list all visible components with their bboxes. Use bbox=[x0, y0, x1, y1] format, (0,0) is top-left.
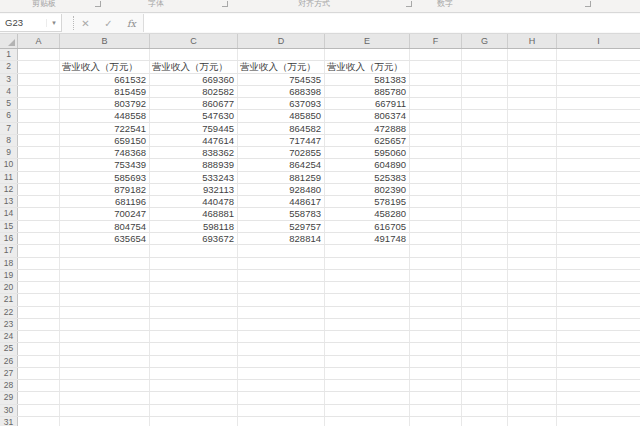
cell-C9[interactable]: 838362 bbox=[150, 147, 238, 158]
row-header-30[interactable]: 30 bbox=[0, 405, 18, 416]
cell-F18[interactable] bbox=[410, 258, 462, 269]
cell-F19[interactable] bbox=[410, 270, 462, 281]
cell-H5[interactable] bbox=[508, 98, 557, 109]
cell-A4[interactable] bbox=[18, 86, 60, 97]
cell-C1[interactable] bbox=[150, 49, 238, 60]
cell-D22[interactable] bbox=[238, 307, 325, 318]
cell-C2[interactable]: 营业收入（万元） bbox=[150, 61, 238, 72]
dialog-launcher-icon-3[interactable] bbox=[585, 1, 591, 7]
column-header-G[interactable]: G bbox=[462, 34, 508, 48]
cell-B13[interactable]: 681196 bbox=[60, 196, 150, 207]
name-box[interactable]: G23 ▾ bbox=[0, 14, 62, 32]
cell-G24[interactable] bbox=[462, 331, 508, 342]
cell-E17[interactable] bbox=[325, 245, 410, 256]
cell-B2[interactable]: 营业收入（万元） bbox=[60, 61, 150, 72]
cell-F16[interactable] bbox=[410, 233, 462, 244]
cell-E16[interactable]: 491748 bbox=[325, 233, 410, 244]
cell-I10[interactable] bbox=[557, 159, 640, 170]
cell-G18[interactable] bbox=[462, 258, 508, 269]
cell-B17[interactable] bbox=[60, 245, 150, 256]
row-header-13[interactable]: 13 bbox=[0, 196, 18, 207]
cell-H20[interactable] bbox=[508, 282, 557, 293]
cell-G3[interactable] bbox=[462, 74, 508, 85]
cell-D25[interactable] bbox=[238, 343, 325, 354]
cell-A7[interactable] bbox=[18, 123, 60, 134]
cell-D29[interactable] bbox=[238, 392, 325, 403]
cell-E10[interactable]: 604890 bbox=[325, 159, 410, 170]
cell-G5[interactable] bbox=[462, 98, 508, 109]
cell-F9[interactable] bbox=[410, 147, 462, 158]
cell-E7[interactable]: 472888 bbox=[325, 123, 410, 134]
cell-F2[interactable] bbox=[410, 61, 462, 72]
cell-B16[interactable]: 635654 bbox=[60, 233, 150, 244]
cell-E1[interactable] bbox=[325, 49, 410, 60]
cell-I19[interactable] bbox=[557, 270, 640, 281]
cell-B24[interactable] bbox=[60, 331, 150, 342]
cell-A12[interactable] bbox=[18, 184, 60, 195]
cell-C14[interactable]: 468881 bbox=[150, 208, 238, 219]
cell-C4[interactable]: 802582 bbox=[150, 86, 238, 97]
cell-F25[interactable] bbox=[410, 343, 462, 354]
cell-H21[interactable] bbox=[508, 294, 557, 305]
cell-I25[interactable] bbox=[557, 343, 640, 354]
cell-D23[interactable] bbox=[238, 319, 325, 330]
cell-C30[interactable] bbox=[150, 405, 238, 416]
cell-A9[interactable] bbox=[18, 147, 60, 158]
cell-G28[interactable] bbox=[462, 380, 508, 391]
row-header-16[interactable]: 16 bbox=[0, 233, 18, 244]
cell-A26[interactable] bbox=[18, 356, 60, 367]
cell-H6[interactable] bbox=[508, 110, 557, 121]
formula-input[interactable] bbox=[143, 14, 640, 32]
cell-C3[interactable]: 669360 bbox=[150, 74, 238, 85]
cell-I9[interactable] bbox=[557, 147, 640, 158]
cell-F24[interactable] bbox=[410, 331, 462, 342]
cell-E9[interactable]: 595060 bbox=[325, 147, 410, 158]
cell-I21[interactable] bbox=[557, 294, 640, 305]
cell-C18[interactable] bbox=[150, 258, 238, 269]
cell-C29[interactable] bbox=[150, 392, 238, 403]
select-all-corner[interactable] bbox=[0, 34, 18, 48]
cell-G11[interactable] bbox=[462, 172, 508, 183]
cell-B18[interactable] bbox=[60, 258, 150, 269]
cell-H24[interactable] bbox=[508, 331, 557, 342]
cell-B3[interactable]: 661532 bbox=[60, 74, 150, 85]
row-header-11[interactable]: 11 bbox=[0, 172, 18, 183]
cell-H23[interactable] bbox=[508, 319, 557, 330]
cell-D13[interactable]: 448617 bbox=[238, 196, 325, 207]
cell-B1[interactable] bbox=[60, 49, 150, 60]
column-header-E[interactable]: E bbox=[325, 34, 410, 48]
cell-G31[interactable] bbox=[462, 417, 508, 426]
cell-G9[interactable] bbox=[462, 147, 508, 158]
cell-I17[interactable] bbox=[557, 245, 640, 256]
cell-C31[interactable] bbox=[150, 417, 238, 426]
cell-F4[interactable] bbox=[410, 86, 462, 97]
cell-E15[interactable]: 616705 bbox=[325, 221, 410, 232]
cell-E3[interactable]: 581383 bbox=[325, 74, 410, 85]
row-header-26[interactable]: 26 bbox=[0, 356, 18, 367]
cell-E29[interactable] bbox=[325, 392, 410, 403]
cell-H15[interactable] bbox=[508, 221, 557, 232]
cell-G1[interactable] bbox=[462, 49, 508, 60]
cell-B27[interactable] bbox=[60, 368, 150, 379]
cell-A13[interactable] bbox=[18, 196, 60, 207]
cell-G4[interactable] bbox=[462, 86, 508, 97]
cell-I15[interactable] bbox=[557, 221, 640, 232]
cell-D19[interactable] bbox=[238, 270, 325, 281]
cell-A25[interactable] bbox=[18, 343, 60, 354]
cell-E24[interactable] bbox=[325, 331, 410, 342]
cell-F30[interactable] bbox=[410, 405, 462, 416]
cell-A8[interactable] bbox=[18, 135, 60, 146]
cell-G14[interactable] bbox=[462, 208, 508, 219]
cell-E11[interactable]: 525383 bbox=[325, 172, 410, 183]
row-header-1[interactable]: 1 bbox=[0, 49, 18, 60]
cell-F12[interactable] bbox=[410, 184, 462, 195]
cell-I28[interactable] bbox=[557, 380, 640, 391]
cell-C28[interactable] bbox=[150, 380, 238, 391]
row-header-23[interactable]: 23 bbox=[0, 319, 18, 330]
cell-F29[interactable] bbox=[410, 392, 462, 403]
cell-H2[interactable] bbox=[508, 61, 557, 72]
cell-E18[interactable] bbox=[325, 258, 410, 269]
cell-E30[interactable] bbox=[325, 405, 410, 416]
cell-B10[interactable]: 753439 bbox=[60, 159, 150, 170]
row-header-18[interactable]: 18 bbox=[0, 258, 18, 269]
